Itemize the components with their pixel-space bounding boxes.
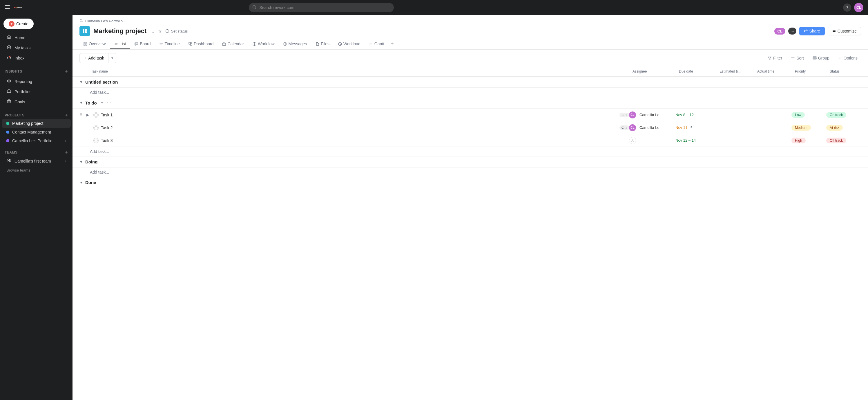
tab-files[interactable]: Files — [311, 39, 334, 49]
sidebar-create-section: + Create — [3, 19, 69, 29]
browse-teams-link[interactable]: Browse teams — [2, 166, 71, 175]
svg-rect-28 — [136, 43, 137, 45]
th-estimated-time: Estimated ti... — [716, 66, 754, 76]
group-button[interactable]: Group — [809, 54, 833, 62]
subtask-badge[interactable]: 1 — [619, 113, 629, 117]
projects-add-icon[interactable]: + — [65, 113, 68, 118]
add-task-main[interactable]: + Add task — [80, 53, 108, 63]
add-task-placeholder: Add task... — [90, 90, 109, 95]
project-star-icon[interactable]: ☆ — [158, 28, 162, 34]
svg-rect-18 — [83, 31, 84, 33]
table-row: ⠿ ▶ Task 2 1 CL Camellia Le — [72, 121, 868, 134]
tab-list[interactable]: List — [110, 39, 130, 49]
svg-point-4 — [16, 7, 17, 7]
add-task-dropdown[interactable]: ▾ — [108, 54, 116, 62]
tab-gantt[interactable]: Gantt — [365, 39, 388, 49]
sidebar-item-contact-management[interactable]: Contact Management — [2, 128, 71, 137]
section-more-icon[interactable]: ··· — [107, 100, 111, 105]
th-assignee: Assignee — [629, 66, 676, 76]
add-task-untitled[interactable]: Add task... — [72, 88, 868, 97]
add-task-button[interactable]: + Add task ▾ — [80, 53, 116, 63]
sidebar-item-my-tasks[interactable]: My tasks — [2, 43, 71, 53]
sidebar-item-reporting[interactable]: Reporting — [2, 76, 71, 86]
collapse-icon[interactable]: ▼ — [80, 101, 83, 105]
home-icon — [6, 35, 11, 40]
filter-button[interactable]: Filter — [764, 54, 786, 62]
tab-timeline[interactable]: Timeline — [155, 39, 184, 49]
sidebar-item-inbox[interactable]: Inbox — [2, 53, 71, 63]
section-todo[interactable]: ▼ To do + ··· — [72, 97, 868, 109]
cl-avatar-badge[interactable]: CL — [774, 28, 785, 34]
project-header: Marketing project ⌄ ☆ Set status CL ··· — [72, 24, 868, 36]
sidebar-item-goals[interactable]: Goals — [2, 97, 71, 107]
comment-badge[interactable]: 1 — [619, 125, 629, 130]
app-container: asana ? CL + Create — [0, 0, 868, 400]
create-button[interactable]: + Create — [3, 19, 34, 29]
tab-add-icon[interactable]: + — [389, 38, 396, 49]
tab-calendar[interactable]: Calendar — [218, 39, 248, 49]
task-name[interactable]: Task 2 — [101, 125, 617, 130]
task-name[interactable]: Task 3 — [101, 138, 629, 143]
more-options-icon[interactable]: ··· — [788, 28, 796, 34]
drag-handle-icon[interactable]: ⠿ — [80, 113, 84, 117]
svg-point-15 — [9, 160, 10, 161]
section-doing[interactable]: ▼ Doing — [72, 156, 868, 168]
task-checkbox[interactable] — [93, 125, 99, 130]
task-due-date: Nov 11 — [676, 125, 716, 130]
insights-add-icon[interactable]: + — [65, 69, 68, 74]
collapse-icon[interactable]: ▼ — [80, 180, 83, 184]
hamburger-menu[interactable] — [5, 4, 10, 11]
set-status-label: Set status — [171, 29, 188, 33]
table-row: ⠿ ▶ Task 3 Nov 12 – 14 — [72, 134, 868, 147]
sidebar-item-home[interactable]: Home — [2, 32, 71, 43]
logo[interactable]: asana — [13, 3, 23, 12]
svg-point-46 — [95, 139, 97, 142]
breadcrumb-path[interactable]: Camellia Le's Portfolio — [85, 19, 123, 23]
tab-workload[interactable]: Workload — [334, 39, 365, 49]
project-dropdown-icon[interactable]: ⌄ — [151, 28, 155, 34]
task-checkbox[interactable] — [93, 112, 99, 118]
share-button[interactable]: Share — [799, 27, 825, 35]
sidebar-item-camellia-team[interactable]: Camellia's first team › — [2, 156, 71, 166]
teams-add-icon[interactable]: + — [65, 150, 68, 155]
collapse-icon[interactable]: ▼ — [80, 160, 83, 164]
add-task-todo[interactable]: Add task... — [72, 147, 868, 156]
task-name[interactable]: Task 1 — [101, 113, 617, 117]
reporting-icon — [6, 79, 11, 84]
tab-dashboard[interactable]: Dashboard — [184, 39, 218, 49]
sidebar-item-marketing-project[interactable]: Marketing project — [2, 119, 71, 128]
add-task-doing[interactable]: Add task... — [72, 168, 868, 177]
tab-workflow[interactable]: Workflow — [249, 39, 278, 49]
task-due-date: Nov 8 – 12 — [676, 113, 716, 117]
assignee-name: Camellia Le — [640, 125, 659, 130]
check-icon — [6, 45, 11, 51]
search-input[interactable] — [249, 3, 394, 12]
section-add-icon[interactable]: + — [101, 100, 103, 105]
tab-board[interactable]: Board — [130, 39, 155, 49]
add-task-placeholder: Add task... — [90, 170, 109, 174]
task-checkbox[interactable] — [93, 138, 99, 143]
teams-section-header: Teams + — [0, 145, 72, 156]
customize-button[interactable]: Customize — [828, 27, 861, 35]
options-label: Options — [844, 56, 858, 60]
collapse-icon[interactable]: ▼ — [80, 80, 83, 84]
expand-icon[interactable]: ▶ — [86, 113, 91, 117]
sidebar-item-portfolios[interactable]: Portfolios — [2, 86, 71, 97]
svg-point-13 — [8, 101, 10, 102]
comment-count: 1 — [625, 126, 627, 130]
user-avatar[interactable]: CL — [854, 3, 863, 12]
section-untitled[interactable]: ▼ Untitled section — [72, 77, 868, 88]
tab-overview[interactable]: Overview — [80, 39, 110, 49]
set-status-button[interactable]: Set status — [165, 29, 188, 33]
team-name: Camellia's first team — [14, 159, 62, 164]
assignee-avatar: CL — [629, 111, 636, 118]
teams-label: Teams — [5, 150, 18, 154]
options-button[interactable]: Options — [835, 54, 861, 62]
svg-rect-22 — [833, 31, 836, 32]
tab-messages[interactable]: Messages — [279, 39, 311, 49]
section-done[interactable]: ▼ Done — [72, 177, 868, 188]
sidebar-item-camellia-portfolio[interactable]: Camellia Le's Portfolio › — [2, 137, 71, 145]
sort-button[interactable]: Sort — [787, 54, 807, 62]
help-button[interactable]: ? — [843, 3, 851, 11]
svg-point-9 — [9, 56, 10, 57]
